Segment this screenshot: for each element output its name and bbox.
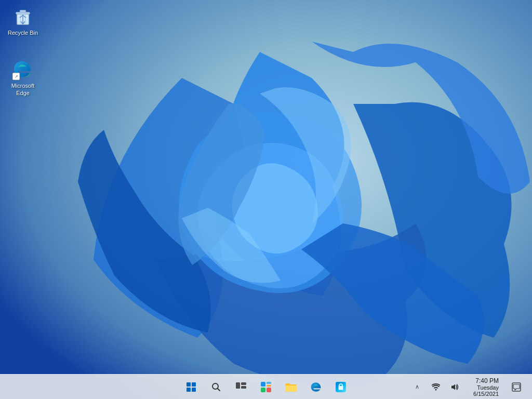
search-icon bbox=[211, 382, 221, 392]
show-hidden-button[interactable]: ∧ bbox=[409, 379, 425, 395]
svg-rect-3 bbox=[20, 10, 25, 12]
svg-rect-12 bbox=[241, 386, 246, 389]
clock-time: 7:40 PM bbox=[475, 377, 499, 384]
notification-button[interactable] bbox=[505, 376, 528, 398]
svg-rect-2 bbox=[16, 12, 30, 14]
edge-image: ↗ bbox=[12, 59, 33, 80]
recycle-bin-image bbox=[12, 6, 33, 27]
svg-point-19 bbox=[435, 389, 437, 390]
svg-rect-10 bbox=[236, 382, 240, 389]
folder-icon bbox=[285, 382, 297, 392]
edge-taskbar-button[interactable] bbox=[304, 376, 327, 398]
svg-line-9 bbox=[218, 388, 220, 391]
svg-rect-15 bbox=[267, 385, 271, 387]
clock-day: Tuesday bbox=[477, 384, 499, 391]
svg-rect-13 bbox=[261, 382, 265, 387]
shortcut-arrow: ↗ bbox=[12, 73, 20, 80]
notification-icon bbox=[512, 382, 521, 392]
system-tray: ∧ bbox=[405, 375, 467, 399]
edge-label: Microsoft Edge bbox=[4, 82, 42, 97]
desktop: Recycle Bin bbox=[0, 0, 532, 399]
windows-logo-icon bbox=[187, 382, 196, 392]
network-icon[interactable] bbox=[428, 379, 444, 395]
start-button[interactable] bbox=[180, 376, 203, 398]
edge-taskbar-icon bbox=[310, 381, 322, 393]
volume-icon[interactable] bbox=[446, 379, 463, 395]
svg-rect-17 bbox=[267, 388, 271, 392]
microsoft-edge-icon[interactable]: ↗ Microsoft Edge bbox=[2, 57, 44, 99]
file-explorer-button[interactable] bbox=[280, 376, 302, 398]
widgets-button[interactable] bbox=[255, 376, 277, 398]
clock-date: 6/15/2021 bbox=[473, 391, 499, 397]
widgets-icon bbox=[261, 382, 271, 392]
taskbar: ∧ bbox=[0, 374, 532, 399]
search-button[interactable] bbox=[205, 376, 228, 398]
svg-rect-16 bbox=[261, 388, 265, 392]
chevron-up-icon: ∧ bbox=[415, 383, 419, 390]
svg-rect-14 bbox=[267, 382, 271, 384]
store-icon bbox=[335, 381, 347, 393]
recycle-bin-icon[interactable]: Recycle Bin bbox=[2, 4, 44, 38]
svg-rect-11 bbox=[241, 382, 246, 385]
taskbar-right: ∧ bbox=[405, 375, 528, 399]
clock[interactable]: 7:40 PM Tuesday 6/15/2021 bbox=[469, 375, 503, 399]
store-button[interactable] bbox=[329, 376, 352, 398]
wallpaper bbox=[0, 0, 532, 399]
taskbar-center bbox=[180, 376, 352, 398]
taskview-icon bbox=[236, 382, 246, 392]
taskview-button[interactable] bbox=[230, 376, 252, 398]
recycle-bin-label: Recycle Bin bbox=[8, 29, 38, 36]
